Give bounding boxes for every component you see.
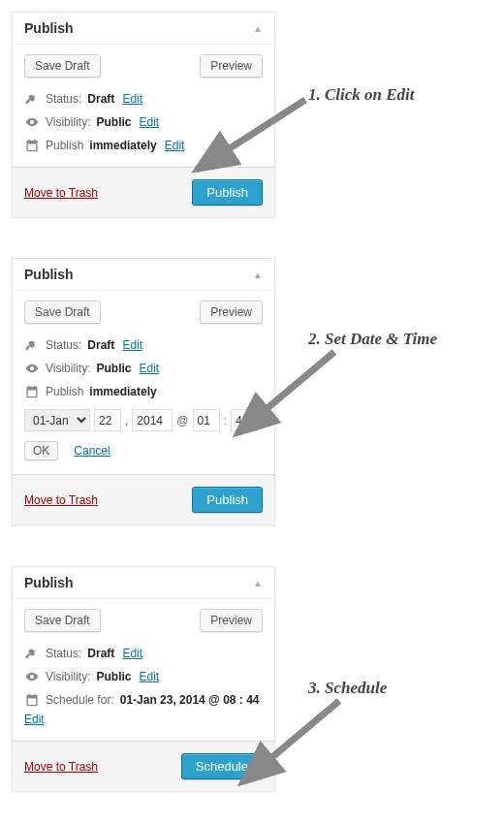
publish-value: immediately: [89, 385, 156, 398]
panel-title: Publish: [24, 575, 74, 590]
move-to-trash-link[interactable]: Move to Trash: [24, 493, 98, 507]
day-input[interactable]: [94, 409, 121, 431]
panel-header: Publish ▲: [13, 259, 274, 291]
status-label: Status:: [46, 647, 81, 660]
publish-label: Publish: [46, 139, 83, 152]
status-label: Status:: [46, 338, 81, 352]
schedule-edit-link[interactable]: Edit: [24, 713, 263, 726]
svg-line-1: [237, 352, 334, 433]
schedule-row: Schedule for: 01-Jan 23, 2014 @ 08 : 44 …: [24, 688, 263, 731]
eye-icon: [24, 115, 40, 129]
status-edit-link[interactable]: Edit: [122, 647, 142, 660]
status-edit-link[interactable]: Edit: [122, 338, 142, 352]
move-to-trash-link[interactable]: Move to Trash: [24, 760, 98, 774]
hour-input[interactable]: [193, 409, 220, 431]
visibility-row: Visibility: Public Edit: [24, 665, 263, 688]
key-icon: [24, 338, 40, 352]
publish-label: Publish: [46, 385, 83, 398]
action-row: Save Draft Preview: [24, 54, 263, 78]
calendar-icon: [24, 693, 40, 707]
panel-header: Publish ▲: [13, 567, 274, 599]
arrow-2: [228, 344, 344, 446]
save-draft-button[interactable]: Save Draft: [24, 54, 101, 78]
save-draft-button[interactable]: Save Draft: [24, 301, 101, 324]
visibility-value: Public: [96, 115, 131, 129]
visibility-label: Visibility:: [46, 670, 90, 683]
save-draft-button[interactable]: Save Draft: [24, 609, 101, 632]
status-value: Draft: [87, 92, 114, 106]
key-icon: [24, 92, 40, 106]
visibility-value: Public: [96, 362, 131, 375]
status-value: Draft: [87, 338, 114, 352]
visibility-edit-link[interactable]: Edit: [139, 670, 159, 683]
publish-edit-link[interactable]: Edit: [165, 139, 185, 152]
visibility-value: Public: [96, 670, 131, 683]
arrow-1: [189, 92, 315, 184]
preview-button[interactable]: Preview: [200, 301, 263, 324]
collapse-toggle[interactable]: ▲: [253, 269, 263, 280]
comma: ,: [125, 414, 128, 428]
status-row: Status: Draft Edit: [24, 642, 263, 665]
annotation-step1: 1. Click on Edit: [308, 85, 415, 105]
action-row: Save Draft Preview: [24, 609, 263, 632]
eye-icon: [24, 362, 40, 375]
visibility-label: Visibility:: [46, 362, 90, 375]
colon: :: [224, 414, 227, 428]
collapse-toggle[interactable]: ▲: [253, 23, 263, 34]
eye-icon: [24, 670, 40, 683]
panel-title: Publish: [24, 267, 74, 282]
collapse-toggle[interactable]: ▲: [253, 578, 263, 588]
panel-title: Publish: [24, 20, 74, 36]
status-edit-link[interactable]: Edit: [122, 92, 142, 106]
visibility-edit-link[interactable]: Edit: [139, 115, 159, 129]
action-row: Save Draft Preview: [24, 301, 263, 324]
year-input[interactable]: [132, 409, 173, 431]
ok-button[interactable]: OK: [24, 441, 58, 460]
move-to-trash-link[interactable]: Move to Trash: [24, 186, 98, 200]
calendar-icon: [24, 385, 40, 398]
visibility-label: Visibility:: [46, 115, 90, 129]
arrow-3: [233, 693, 349, 795]
svg-line-0: [197, 100, 305, 170]
panel-header: Publish ▲: [13, 13, 274, 45]
publish-button[interactable]: Publish: [192, 487, 263, 513]
status-value: Draft: [87, 647, 114, 660]
panel-footer: Move to Trash Publish: [13, 474, 274, 524]
svg-line-2: [242, 701, 339, 782]
cancel-link[interactable]: Cancel: [74, 444, 110, 458]
preview-button[interactable]: Preview: [200, 609, 263, 632]
preview-button[interactable]: Preview: [200, 54, 263, 78]
status-label: Status:: [46, 92, 81, 106]
schedule-label: Schedule for:: [46, 693, 114, 707]
calendar-icon: [24, 139, 40, 152]
key-icon: [24, 647, 40, 660]
publish-value: immediately: [89, 139, 156, 152]
at-sign: @: [176, 414, 188, 428]
visibility-edit-link[interactable]: Edit: [139, 362, 159, 375]
month-select[interactable]: 01-Jan: [24, 409, 90, 431]
